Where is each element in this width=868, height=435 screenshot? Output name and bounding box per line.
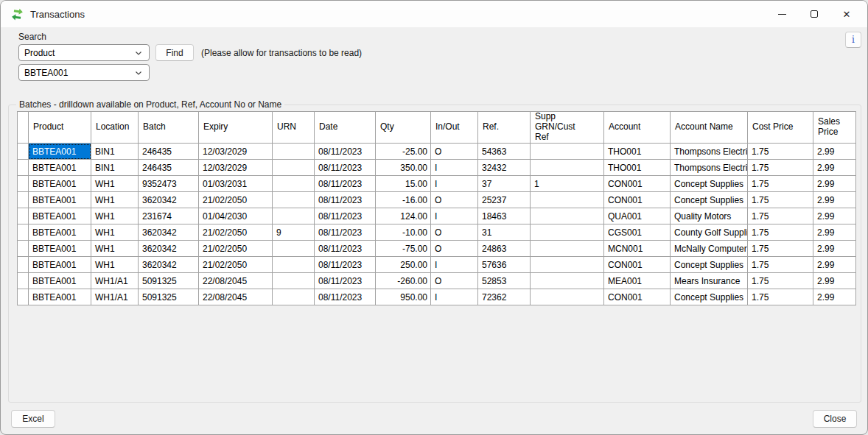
cell-ref[interactable]: 32432 — [478, 160, 531, 176]
cell-urn[interactable] — [273, 176, 315, 192]
cell-batch[interactable]: 9352473 — [139, 176, 199, 192]
cell-account-name[interactable]: McNally Computer ... — [671, 241, 748, 257]
cell-batch[interactable]: 5091325 — [139, 289, 199, 305]
row-selector[interactable] — [18, 224, 29, 241]
cell-batch[interactable]: 3620342 — [139, 241, 199, 257]
column-header-urn[interactable]: URN — [273, 112, 315, 144]
cell-sales-price[interactable]: 2.99 — [813, 257, 856, 273]
cell-sales-price[interactable]: 2.99 — [813, 160, 856, 176]
cell-batch[interactable]: 246435 — [139, 160, 199, 176]
cell-batch[interactable]: 3620342 — [139, 192, 199, 208]
cell-location[interactable]: WH1/A1 — [91, 289, 139, 305]
cell-account[interactable]: MCN001 — [604, 241, 671, 257]
column-header-expiry[interactable]: Expiry — [199, 112, 273, 144]
cell-account-name[interactable]: Mears Insurance — [671, 273, 748, 289]
cell-product[interactable]: BBTEA001 — [29, 289, 91, 305]
cell-batch[interactable]: 246435 — [139, 144, 199, 160]
cell-date[interactable]: 08/11/2023 — [315, 192, 376, 208]
cell-expiry[interactable]: 01/03/2031 — [199, 176, 273, 192]
minimize-button[interactable] — [766, 1, 798, 27]
cell-cost-price[interactable]: 1.75 — [748, 257, 813, 273]
close-window-button[interactable]: ✕ — [830, 1, 863, 27]
cell-account[interactable]: CON001 — [604, 289, 671, 305]
row-selector[interactable] — [18, 273, 29, 289]
cell-urn[interactable] — [273, 241, 315, 257]
cell-ref[interactable]: 37 — [478, 176, 531, 192]
cell-cost-price[interactable]: 1.75 — [748, 241, 813, 257]
column-header-sales-price[interactable]: Sales Price — [813, 112, 856, 144]
cell-supp-grn-cust-ref[interactable] — [531, 208, 604, 224]
row-selector[interactable] — [18, 289, 29, 305]
cell-qty[interactable]: 950.00 — [376, 289, 431, 305]
cell-supp-grn-cust-ref[interactable] — [531, 192, 604, 208]
cell-expiry[interactable]: 22/08/2045 — [199, 289, 273, 305]
cell-expiry[interactable]: 01/04/2030 — [199, 208, 273, 224]
cell-qty[interactable]: 250.00 — [376, 257, 431, 273]
cell-product[interactable]: BBTEA001 — [29, 273, 91, 289]
cell-account[interactable]: QUA001 — [604, 208, 671, 224]
cell-product[interactable]: BBTEA001 — [29, 241, 91, 257]
cell-location[interactable]: BIN1 — [91, 160, 139, 176]
cell-qty[interactable]: -75.00 — [376, 241, 431, 257]
column-header-date[interactable]: Date — [315, 112, 376, 144]
cell-in-out[interactable]: I — [431, 257, 478, 273]
cell-urn[interactable] — [273, 144, 315, 160]
cell-urn[interactable] — [273, 208, 315, 224]
column-header-in-out[interactable]: In/Out — [431, 112, 478, 144]
column-header-supp-grn-cust-ref[interactable]: Supp GRN/Cust Ref — [531, 112, 604, 144]
cell-account[interactable]: CGS001 — [604, 224, 671, 241]
cell-account[interactable]: CON001 — [604, 176, 671, 192]
cell-qty[interactable]: -16.00 — [376, 192, 431, 208]
find-button[interactable]: Find — [155, 44, 194, 61]
row-selector[interactable] — [18, 241, 29, 257]
cell-cost-price[interactable]: 1.75 — [748, 144, 813, 160]
cell-expiry[interactable]: 22/08/2045 — [199, 273, 273, 289]
cell-supp-grn-cust-ref[interactable] — [531, 257, 604, 273]
cell-supp-grn-cust-ref[interactable] — [531, 224, 604, 241]
column-header-location[interactable]: Location — [91, 112, 139, 144]
cell-cost-price[interactable]: 1.75 — [748, 160, 813, 176]
cell-account[interactable]: MEA001 — [604, 273, 671, 289]
cell-urn[interactable] — [273, 160, 315, 176]
cell-product[interactable]: BBTEA001 — [29, 144, 91, 160]
cell-in-out[interactable]: I — [431, 289, 478, 305]
cell-supp-grn-cust-ref[interactable] — [531, 289, 604, 305]
cell-product[interactable]: BBTEA001 — [29, 257, 91, 273]
cell-ref[interactable]: 54363 — [478, 144, 531, 160]
cell-account-name[interactable]: Thompsons Electri... — [671, 144, 748, 160]
cell-date[interactable]: 08/11/2023 — [315, 208, 376, 224]
row-selector[interactable] — [18, 176, 29, 192]
maximize-button[interactable] — [798, 1, 830, 27]
cell-expiry[interactable]: 21/02/2050 — [199, 224, 273, 241]
cell-qty[interactable]: -10.00 — [376, 224, 431, 241]
cell-batch[interactable]: 3620342 — [139, 257, 199, 273]
cell-expiry[interactable]: 21/02/2050 — [199, 257, 273, 273]
cell-in-out[interactable]: O — [431, 144, 478, 160]
cell-urn[interactable] — [273, 273, 315, 289]
column-header-account[interactable]: Account — [604, 112, 671, 144]
column-header-qty[interactable]: Qty — [376, 112, 431, 144]
cell-expiry[interactable]: 21/02/2050 — [199, 241, 273, 257]
cell-sales-price[interactable]: 2.99 — [813, 224, 856, 241]
cell-location[interactable]: WH1 — [91, 208, 139, 224]
cell-account[interactable]: CON001 — [604, 257, 671, 273]
cell-sales-price[interactable]: 2.99 — [813, 144, 856, 160]
cell-in-out[interactable]: I — [431, 176, 478, 192]
cell-location[interactable]: WH1 — [91, 224, 139, 241]
cell-sales-price[interactable]: 2.99 — [813, 241, 856, 257]
row-selector[interactable] — [18, 257, 29, 273]
cell-account-name[interactable]: Concept Supplies — [671, 192, 748, 208]
cell-product[interactable]: BBTEA001 — [29, 176, 91, 192]
cell-ref[interactable]: 52853 — [478, 273, 531, 289]
cell-date[interactable]: 08/11/2023 — [315, 160, 376, 176]
cell-sales-price[interactable]: 2.99 — [813, 289, 856, 305]
cell-date[interactable]: 08/11/2023 — [315, 241, 376, 257]
cell-qty[interactable]: 124.00 — [376, 208, 431, 224]
row-selector[interactable] — [18, 144, 29, 160]
cell-product[interactable]: BBTEA001 — [29, 208, 91, 224]
column-header-cost-price[interactable]: Cost Price — [748, 112, 813, 144]
cell-sales-price[interactable]: 2.99 — [813, 208, 856, 224]
cell-in-out[interactable]: O — [431, 224, 478, 241]
cell-account[interactable]: THO001 — [604, 144, 671, 160]
product-dropdown[interactable]: BBTEA001 — [18, 64, 150, 81]
